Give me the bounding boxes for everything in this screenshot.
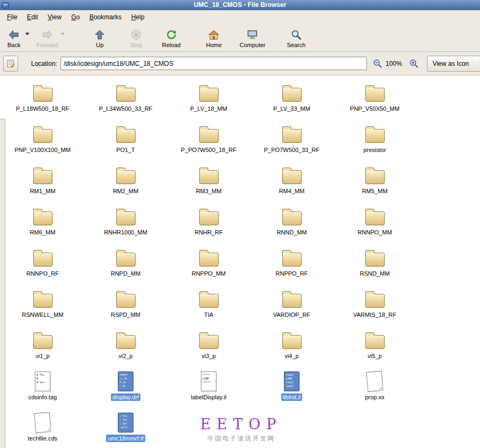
folder-icon[interactable] xyxy=(282,245,302,268)
file-item[interactable]: RSND_MM xyxy=(333,240,416,282)
file-item[interactable]: P_PO7W500_33_RF xyxy=(250,117,333,158)
folder-icon[interactable] xyxy=(33,121,52,145)
folder-icon[interactable] xyxy=(282,327,302,351)
folder-icon[interactable] xyxy=(282,203,302,227)
folder-icon[interactable] xyxy=(199,203,219,227)
file-item[interactable]: VARMIS_18_RF xyxy=(333,282,416,323)
view-as-dropdown[interactable]: View as Icon xyxy=(427,56,480,72)
document-icon[interactable]: drDef ;( Di # di ( Di xyxy=(118,368,133,392)
back-button[interactable]: Back xyxy=(3,25,25,51)
folder-icon[interactable] xyxy=(199,80,219,103)
file-item[interactable]: vi1_p xyxy=(1,323,84,364)
document-icon[interactable] xyxy=(367,368,382,392)
window-icon[interactable] xyxy=(2,2,9,9)
file-item[interactable]: presistor xyxy=(333,117,416,158)
folder-icon[interactable] xyxy=(365,286,385,309)
file-item[interactable]: RM2_MM xyxy=(84,158,167,199)
file-item[interactable]: P_PO7W500_18_RF xyxy=(167,117,250,158)
file-item[interactable]: RNND_MM xyxy=(250,199,333,240)
menu-view[interactable]: View xyxy=(43,11,66,23)
file-item[interactable]: RSPD_MM xyxy=(84,282,167,323)
file-item[interactable]: load( LIBR load( load(libInit.il xyxy=(250,364,333,405)
file-item[interactable]: RNNPO_MM xyxy=(333,199,416,240)
file-item[interactable]: TIA xyxy=(167,282,250,323)
file-item[interactable]: P_LV_18_MM xyxy=(167,75,250,117)
file-item[interactable]: RM3_MM xyxy=(167,158,250,199)
file-item[interactable]: RM1_MM xyxy=(1,158,84,199)
folder-icon[interactable] xyxy=(365,80,385,103)
folder-icon[interactable] xyxy=(116,121,136,145)
file-item[interactable]: vi3_p xyxy=(167,323,250,364)
folder-icon[interactable] xyxy=(282,286,302,309)
file-item[interactable]: drDef ;( Di # di ( Didisplay.drf xyxy=(84,364,167,405)
document-icon[interactable]: # Thi # # See xyxy=(35,368,50,392)
home-button[interactable]: Home xyxy=(202,25,225,51)
folder-icon[interactable] xyxy=(116,80,136,103)
file-item[interactable]: RM6_MM xyxy=(1,199,84,240)
file-item[interactable]: vi4_p xyxy=(250,323,333,364)
titlebar[interactable]: UMC_18_CMOS - File Browser xyxy=(0,0,480,10)
folder-icon[interactable] xyxy=(33,286,52,309)
folder-icon[interactable] xyxy=(116,245,136,268)
location-toggle-button[interactable] xyxy=(3,56,18,72)
file-item[interactable]: RSNWELL_MM xyxy=(1,282,84,323)
menu-edit[interactable]: Edit xyxy=(22,11,43,23)
document-icon[interactable] xyxy=(35,409,50,433)
folder-icon[interactable] xyxy=(33,327,52,351)
file-item[interactable]: vi2_p xyxy=(84,323,167,364)
reload-button[interactable]: Reload xyxy=(159,25,183,51)
folder-icon[interactable] xyxy=(199,286,219,309)
folder-icon[interactable] xyxy=(199,162,219,186)
folder-icon[interactable] xyxy=(365,203,385,227)
file-item[interactable]: RNPD_MM xyxy=(84,240,167,282)
menu-bookmarks[interactable]: Bookmarks xyxy=(85,11,126,23)
file-item[interactable]: /**** LIBR /****labelDisplay.il xyxy=(167,364,250,405)
document-icon[interactable]: ; Tec ; Tec ; Ger .witt xyxy=(118,409,133,433)
folder-icon[interactable] xyxy=(282,121,302,145)
file-item[interactable]: PNP_V50X50_MM xyxy=(333,75,416,117)
folder-icon[interactable] xyxy=(365,245,385,268)
document-icon[interactable]: load( LIBR load( load( xyxy=(284,368,299,392)
folder-icon[interactable] xyxy=(33,162,52,186)
zoom-out-button[interactable] xyxy=(371,57,384,71)
folder-icon[interactable] xyxy=(199,327,219,351)
menu-file[interactable]: File xyxy=(2,11,22,23)
file-item[interactable]: RM5_MM xyxy=(333,158,416,199)
file-item[interactable]: RNPPO_RF xyxy=(250,240,333,282)
computer-button[interactable]: Computer xyxy=(237,25,268,51)
menu-go[interactable]: Go xyxy=(66,11,85,23)
file-item[interactable]: ; Tec ; Tec ; Ger .wittumc18mmrf.tf xyxy=(84,405,167,446)
folder-icon[interactable] xyxy=(365,121,385,145)
file-item[interactable]: P_LV_33_MM xyxy=(250,75,333,117)
folder-icon[interactable] xyxy=(365,162,385,186)
file-item[interactable]: P_L34W500_33_RF xyxy=(84,75,167,117)
back-history-dropdown[interactable] xyxy=(25,33,29,35)
file-view[interactable]: P_L18W500_18_RFP_L34W500_33_RFP_LV_18_MM… xyxy=(0,75,480,448)
folder-icon[interactable] xyxy=(116,203,136,227)
folder-icon[interactable] xyxy=(282,80,302,103)
folder-icon[interactable] xyxy=(282,162,302,186)
forward-history-dropdown[interactable] xyxy=(61,33,65,35)
forward-button[interactable]: Forward xyxy=(34,25,61,51)
folder-icon[interactable] xyxy=(116,162,136,186)
folder-icon[interactable] xyxy=(33,245,52,268)
search-button[interactable]: Search xyxy=(284,25,309,51)
file-item[interactable]: RNNPO_RF xyxy=(1,240,84,282)
file-item[interactable]: vi5_p xyxy=(333,323,416,364)
file-item[interactable]: prop.xx xyxy=(333,364,416,405)
file-item[interactable]: techfile.cds xyxy=(1,405,84,446)
file-item[interactable]: PO1_T xyxy=(84,117,167,158)
folder-icon[interactable] xyxy=(33,80,52,103)
file-item[interactable]: P_L18W500_18_RF xyxy=(1,75,84,117)
file-item[interactable]: PNP_V100X100_MM xyxy=(1,117,84,158)
file-item[interactable]: RM4_MM xyxy=(250,158,333,199)
stop-button[interactable]: Stop xyxy=(125,25,147,51)
menu-help[interactable]: Help xyxy=(126,11,149,23)
file-item[interactable]: RNHR_RF xyxy=(167,199,250,240)
file-item[interactable]: # Thi # # Seecdsinfo.tag xyxy=(1,364,84,405)
file-item[interactable]: RNPPO_MM xyxy=(167,240,250,282)
folder-icon[interactable] xyxy=(199,121,219,145)
zoom-in-button[interactable] xyxy=(408,57,421,71)
file-item[interactable]: VARDIOP_RF xyxy=(250,282,333,323)
up-button[interactable]: Up xyxy=(88,25,111,51)
